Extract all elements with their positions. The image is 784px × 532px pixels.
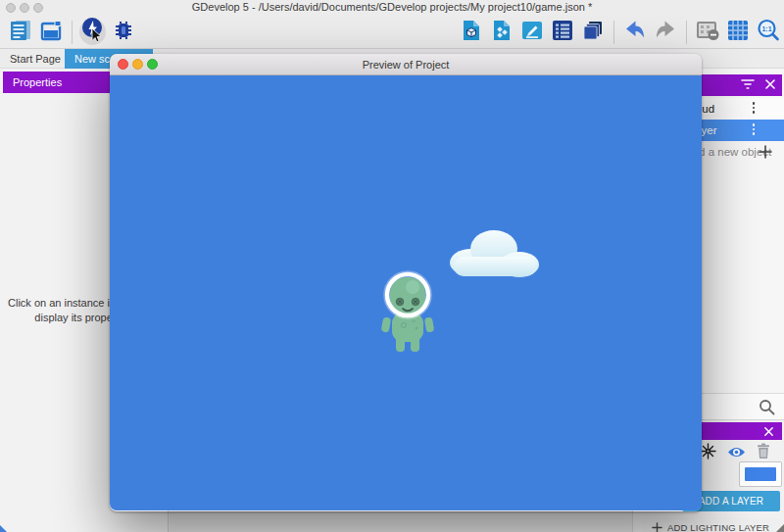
external-events-button[interactable] (489, 20, 514, 45)
toggle-mask-button[interactable] (695, 20, 720, 45)
redo-icon (654, 19, 677, 46)
project-manager-icon (9, 19, 32, 46)
export-scene-icon (460, 19, 483, 46)
add-lighting-layer-label: ADD LIGHTING LAYER (667, 522, 769, 532)
main-toolbar: 1:1 (0, 16, 784, 49)
debugger-icon (112, 19, 135, 46)
export-scene-button[interactable] (459, 20, 484, 45)
external-events-icon (490, 19, 514, 46)
duplicate-scene-icon (581, 19, 605, 46)
kebab-menu-icon[interactable] (753, 123, 756, 135)
preview-window: Preview of Project (110, 54, 702, 511)
toolbar-separator (686, 21, 687, 44)
close-objects-panel-icon[interactable] (764, 76, 776, 94)
add-lighting-layer-button[interactable]: ADD LIGHTING LAYER (641, 517, 780, 532)
edit-scene-icon (520, 19, 544, 46)
undo-icon (623, 19, 647, 46)
scene-variables-icon (551, 19, 574, 46)
layer-name-field[interactable] (739, 461, 782, 487)
scene-variables-button[interactable] (550, 20, 575, 45)
preview-minimize-button[interactable] (132, 59, 143, 70)
duplicate-scene-button[interactable] (580, 20, 606, 45)
tab-start-page[interactable]: Start Page (0, 49, 71, 69)
svg-text:1:1: 1:1 (761, 25, 771, 32)
zoom-original-button[interactable]: 1:1 (756, 20, 781, 45)
visibility-eye-icon[interactable] (727, 445, 746, 462)
start-page-window-icon (39, 19, 63, 46)
trash-icon[interactable] (757, 443, 770, 463)
game-canvas[interactable] (110, 75, 702, 510)
redo-button[interactable] (653, 20, 678, 45)
preview-traffic-lights (118, 59, 158, 70)
start-page-button[interactable] (38, 20, 64, 45)
layer-field-selection (745, 467, 776, 481)
toggle-mask-icon (695, 19, 720, 46)
kebab-menu-icon[interactable] (753, 102, 756, 114)
titlebar: GDevelop 5 - /Users/david/Documents/GDev… (0, 0, 784, 16)
gdevelop-window: GDevelop 5 - /Users/david/Documents/GDev… (0, 0, 784, 532)
filter-icon[interactable] (741, 76, 755, 94)
preview-titlebar[interactable]: Preview of Project (110, 54, 702, 75)
panel-corner-artifact (0, 525, 7, 532)
edit-scene-button[interactable] (519, 20, 545, 45)
search-icon (759, 399, 775, 415)
toolbar-separator (613, 21, 614, 44)
plus-icon (759, 145, 772, 159)
preview-button[interactable] (80, 20, 106, 45)
toggle-grid-button[interactable] (725, 20, 751, 45)
close-layers-panel-icon[interactable] (763, 426, 774, 437)
undo-button[interactable] (622, 20, 648, 45)
preview-play-icon (80, 17, 106, 48)
cloud-sprite (446, 225, 542, 282)
project-manager-button[interactable] (8, 20, 33, 45)
resize-grip[interactable] (776, 524, 784, 532)
plus-icon (652, 522, 662, 532)
preview-title: Preview of Project (363, 59, 450, 71)
debugger-button[interactable] (111, 20, 136, 45)
preview-maximize-button[interactable] (147, 59, 158, 70)
preview-close-button[interactable] (118, 59, 128, 70)
zoom-1-1-icon: 1:1 (757, 19, 780, 46)
effects-icon[interactable] (700, 443, 716, 463)
toolbar-separator (72, 21, 73, 44)
toggle-grid-icon (726, 19, 750, 46)
window-title: GDevelop 5 - /Users/david/Documents/GDev… (0, 1, 784, 13)
player-sprite (380, 268, 437, 357)
